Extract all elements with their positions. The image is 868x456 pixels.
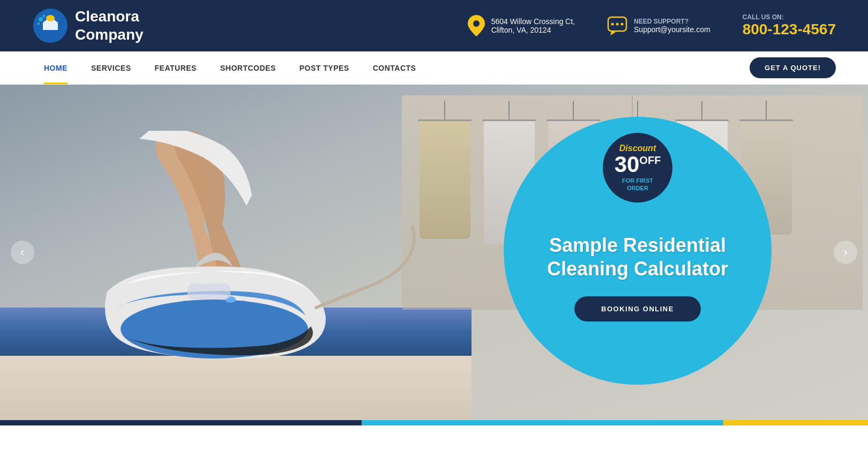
iron-area bbox=[21, 131, 461, 388]
hero-section: ‹ › Discount 30OFF FOR FIRSTORDER Sample… bbox=[0, 85, 868, 420]
svg-rect-12 bbox=[188, 283, 230, 300]
get-quote-button[interactable]: GET A QUOTE! bbox=[750, 57, 836, 78]
nav-features[interactable]: FEATURES bbox=[143, 51, 208, 84]
color-bar-navy bbox=[0, 420, 362, 425]
carousel-next-button[interactable]: › bbox=[834, 241, 857, 264]
chat-icon bbox=[607, 16, 627, 35]
svg-point-4 bbox=[38, 23, 40, 25]
color-bar bbox=[0, 420, 868, 425]
call-label: CALL US ON: bbox=[743, 13, 836, 21]
brand-name: Cleanora Company bbox=[75, 8, 144, 43]
nav-links: HOME SERVICES FEATURES SHORTCODES POST T… bbox=[32, 51, 428, 84]
discount-badge: Discount 30OFF FOR FIRSTORDER bbox=[603, 133, 672, 203]
nav-shortcodes[interactable]: SHORTCODES bbox=[208, 51, 288, 84]
circle-title: Sample Residential Cleaning Calculator bbox=[547, 234, 728, 280]
svg-point-8 bbox=[616, 23, 619, 26]
promo-circle: Discount 30OFF FOR FIRSTORDER Sample Res… bbox=[504, 117, 772, 385]
header-contacts: 5604 Willow Crossing Ct, Clifton, VA, 20… bbox=[468, 13, 836, 38]
address-item: 5604 Willow Crossing Ct, Clifton, VA, 20… bbox=[468, 15, 575, 36]
nav-post-types[interactable]: POST TYPES bbox=[288, 51, 361, 84]
color-bar-cyan bbox=[362, 420, 723, 425]
svg-point-2 bbox=[39, 17, 43, 21]
nav-home[interactable]: HOME bbox=[32, 51, 79, 84]
discount-percent: 30OFF bbox=[615, 153, 661, 176]
booking-button[interactable]: BOOKING ONLINE bbox=[574, 296, 701, 322]
svg-point-3 bbox=[42, 14, 46, 18]
address-line2: Clifton, VA, 20124 bbox=[491, 26, 575, 34]
svg-point-5 bbox=[473, 20, 480, 27]
color-bar-yellow bbox=[723, 420, 868, 425]
svg-point-7 bbox=[611, 23, 614, 26]
discount-for-text: FOR FIRSTORDER bbox=[622, 177, 653, 192]
address-line1: 5604 Willow Crossing Ct, bbox=[491, 17, 575, 26]
circle-content: Sample Residential Cleaning Calculator B… bbox=[526, 234, 750, 321]
call-number: 800-123-4567 bbox=[743, 21, 836, 38]
navigation: HOME SERVICES FEATURES SHORTCODES POST T… bbox=[0, 51, 868, 85]
carousel-prev-button[interactable]: ‹ bbox=[11, 241, 34, 264]
top-bar: Cleanora Company 5604 Willow Crossing Ct… bbox=[0, 0, 868, 51]
promo-area: Discount 30OFF FOR FIRSTORDER Sample Res… bbox=[493, 101, 782, 401]
iron-svg bbox=[21, 131, 461, 388]
logo[interactable]: Cleanora Company bbox=[32, 8, 144, 44]
logo-icon bbox=[32, 8, 69, 44]
support-email: Support@yoursite.com bbox=[634, 25, 710, 34]
location-icon bbox=[468, 15, 485, 36]
nav-services[interactable]: SERVICES bbox=[79, 51, 143, 84]
support-item: NEED SUPPORT? Support@yoursite.com bbox=[607, 16, 710, 35]
phone-item: CALL US ON: 800-123-4567 bbox=[743, 13, 836, 38]
svg-point-9 bbox=[621, 23, 624, 26]
nav-contacts[interactable]: CONTACTS bbox=[361, 51, 428, 84]
support-label: NEED SUPPORT? bbox=[634, 18, 710, 25]
